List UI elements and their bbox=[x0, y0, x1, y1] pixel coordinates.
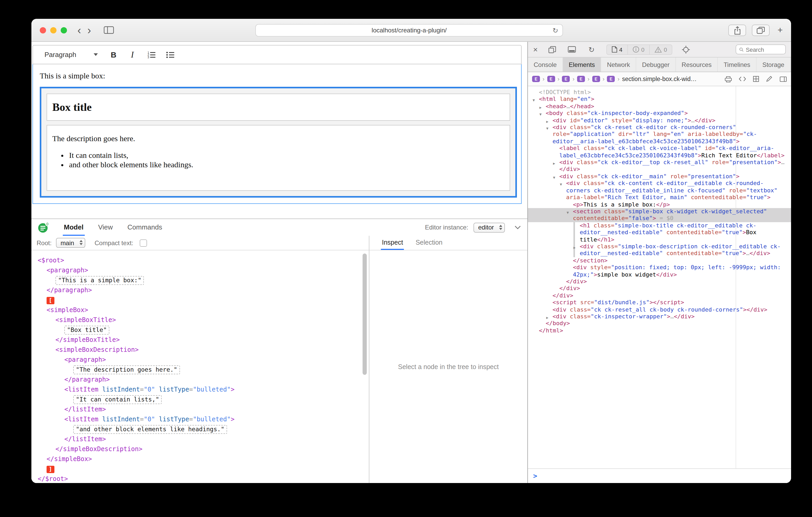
tab-model[interactable]: Model bbox=[63, 219, 85, 236]
dom-node-line[interactable]: <label class="ck ck-label ck-voice-label… bbox=[528, 145, 791, 159]
model-node-line[interactable]: ] bbox=[31, 464, 369, 474]
model-node-line[interactable]: </listItem> bbox=[31, 405, 369, 415]
model-node-line[interactable]: </paragraph> bbox=[31, 285, 369, 295]
model-node-line[interactable]: </listItem> bbox=[31, 434, 369, 444]
dom-node-line[interactable]: <div style="position: fixed; top: 0px; l… bbox=[528, 264, 791, 278]
model-node-line[interactable]: "It can contain lists," bbox=[31, 395, 369, 405]
tab-selection[interactable]: Selection bbox=[415, 236, 444, 250]
dom-node-line[interactable]: <div class="ck ck-reset_all ck-body ck-r… bbox=[528, 306, 791, 313]
model-node-line[interactable]: "Box title" bbox=[31, 325, 369, 335]
model-node-line[interactable]: "The description goes here." bbox=[31, 365, 369, 375]
dom-node-line[interactable]: </body> bbox=[528, 320, 791, 327]
model-node-line[interactable]: <simpleBoxDescription> bbox=[31, 345, 369, 355]
breadcrumb-element-badge[interactable]: E bbox=[607, 76, 615, 82]
devtools-tab-resources[interactable]: Resources bbox=[676, 58, 718, 71]
dom-node-line[interactable]: </div> bbox=[528, 278, 791, 285]
reload-page-button[interactable]: ↻ bbox=[588, 45, 594, 54]
italic-button[interactable]: I bbox=[125, 48, 140, 61]
devtools-tab-console[interactable]: Console bbox=[528, 58, 563, 71]
disclosure-triangle-icon[interactable]: ▶ bbox=[573, 245, 576, 252]
dom-node-line[interactable]: </section> bbox=[528, 257, 791, 264]
model-node-line[interactable]: [ bbox=[31, 295, 369, 305]
print-styles-button[interactable] bbox=[725, 75, 732, 82]
share-button[interactable] bbox=[728, 25, 746, 36]
forward-button[interactable]: › bbox=[87, 25, 91, 35]
model-node-line[interactable]: <$root> bbox=[31, 255, 369, 266]
tab-overflow-button[interactable]: » bbox=[790, 58, 791, 71]
box-description[interactable]: The description goes here. It can contai… bbox=[47, 125, 510, 191]
simple-box-widget[interactable]: Box title The description goes here. It … bbox=[40, 87, 517, 197]
dom-node-line[interactable]: ▼<html lang="en"> bbox=[528, 96, 791, 103]
back-button[interactable]: ‹ bbox=[78, 25, 81, 35]
dom-node-line[interactable]: ▼<div class="ck ck-content ck-editor__ed… bbox=[528, 180, 791, 201]
box-title[interactable]: Box title bbox=[47, 94, 510, 121]
inspector-search-field[interactable] bbox=[735, 44, 786, 54]
devtools-tab-elements[interactable]: Elements bbox=[563, 58, 601, 71]
disclosure-triangle-icon[interactable]: ▼ bbox=[560, 182, 562, 189]
breadcrumb-element-badge[interactable]: E bbox=[562, 76, 570, 82]
close-window-button[interactable] bbox=[40, 27, 46, 33]
model-node-line[interactable]: </simpleBoxTitle> bbox=[31, 335, 369, 345]
model-node-line[interactable]: "and other block elements like headings.… bbox=[31, 424, 369, 434]
disclosure-triangle-icon[interactable]: ▶ bbox=[553, 160, 555, 168]
bold-button[interactable]: B bbox=[106, 48, 121, 61]
model-node-line[interactable]: <simpleBoxTitle> bbox=[31, 315, 369, 325]
dom-node-line[interactable]: ▼<div class="ck ck-editor__main" role="p… bbox=[528, 173, 791, 180]
element-picker-button[interactable] bbox=[682, 45, 690, 54]
model-node-line[interactable]: <listItem listIndent="0" listType="bulle… bbox=[31, 415, 369, 424]
tab-overview-button[interactable] bbox=[752, 25, 770, 36]
toggle-sidebar-button[interactable] bbox=[780, 76, 787, 82]
model-node-line[interactable]: </$root> bbox=[31, 474, 369, 483]
show-source-button[interactable] bbox=[739, 76, 746, 82]
devtools-tab-timelines[interactable]: Timelines bbox=[718, 58, 757, 71]
paragraph-text[interactable]: This is a simple box: bbox=[40, 71, 521, 81]
tab-commands[interactable]: Commands bbox=[126, 219, 163, 236]
list-item[interactable]: and other block elements like headings. bbox=[69, 160, 504, 170]
dom-node-line[interactable]: ▼<div class="ck ck-reset ck-editor ck-ro… bbox=[528, 124, 791, 145]
tab-view[interactable]: View bbox=[97, 219, 114, 236]
paragraph-dropdown[interactable]: Paragraph bbox=[40, 48, 102, 61]
model-node-line[interactable]: <paragraph> bbox=[31, 355, 369, 365]
model-node-line[interactable]: <paragraph> bbox=[31, 266, 369, 275]
disclosure-triangle-icon[interactable]: ▼ bbox=[546, 125, 548, 132]
model-node-line[interactable]: </simpleBoxDescription> bbox=[31, 444, 369, 454]
console-prompt[interactable]: > bbox=[533, 472, 537, 480]
scrollbar-thumb[interactable] bbox=[362, 253, 367, 375]
root-select[interactable]: main bbox=[56, 238, 85, 248]
tab-inspect[interactable]: Inspect bbox=[381, 236, 404, 250]
dom-node-line[interactable]: ▶<head>…</head> bbox=[528, 103, 791, 110]
breadcrumb-element-badge[interactable]: E bbox=[547, 76, 555, 82]
dock-bottom-button[interactable] bbox=[568, 46, 576, 53]
disclosure-triangle-icon[interactable]: ▼ bbox=[567, 210, 569, 217]
edit-button[interactable] bbox=[766, 76, 773, 82]
model-node-line[interactable]: <simpleBox> bbox=[31, 305, 369, 315]
address-bar[interactable]: localhost/creating-a-plugin/ ↻ bbox=[255, 24, 563, 37]
model-node-line[interactable]: </paragraph> bbox=[31, 375, 369, 385]
breadcrumb-element-badge[interactable]: E bbox=[532, 76, 540, 82]
dom-node-line[interactable]: </div> bbox=[528, 285, 791, 292]
sidebar-toggle-button[interactable] bbox=[104, 26, 114, 34]
devtools-tab-debugger[interactable]: Debugger bbox=[636, 58, 676, 71]
model-node-line[interactable]: "This is a simple box:" bbox=[31, 275, 369, 285]
breadcrumb-element-badge[interactable]: E bbox=[592, 76, 600, 82]
dom-node-line[interactable]: <h1 class="simple-box-title ck-editor__e… bbox=[528, 222, 791, 243]
new-tab-button[interactable]: + bbox=[775, 25, 785, 35]
dom-node-line[interactable]: ▶<div class="ck-inspector-wrapper">…</di… bbox=[528, 313, 791, 320]
dom-node-line[interactable]: ▼<body class="ck-inspector-body-expanded… bbox=[528, 110, 791, 117]
model-node-line[interactable]: </simpleBox> bbox=[31, 454, 369, 464]
devtools-tab-network[interactable]: Network bbox=[601, 58, 636, 71]
dom-node-line[interactable]: ▶<div id="editor" style="display: none;"… bbox=[528, 117, 791, 124]
editor-content[interactable]: This is a simple box: Box title The desc… bbox=[32, 64, 522, 204]
dom-node-line[interactable]: ▶<div class="simple-box-description ck-e… bbox=[528, 243, 791, 257]
dom-node-line[interactable]: </html> bbox=[528, 327, 791, 334]
error-count[interactable]: 0 bbox=[627, 45, 649, 54]
compact-text-checkbox[interactable] bbox=[139, 239, 147, 246]
detach-inspector-button[interactable] bbox=[548, 46, 556, 53]
search-input[interactable] bbox=[746, 46, 782, 53]
list-item[interactable]: It can contain lists, bbox=[69, 151, 504, 160]
dom-node-line[interactable]: ▶<div class="ck ck-editor__top ck-reset_… bbox=[528, 159, 791, 173]
model-node-line[interactable]: <listItem listIndent="0" listType="bulle… bbox=[31, 385, 369, 395]
dom-node-line[interactable]: </div> bbox=[528, 292, 791, 299]
dom-node-line[interactable]: <script src="dist/bundle.js"></script> bbox=[528, 299, 791, 306]
numbered-list-button[interactable]: 123 bbox=[144, 48, 158, 61]
